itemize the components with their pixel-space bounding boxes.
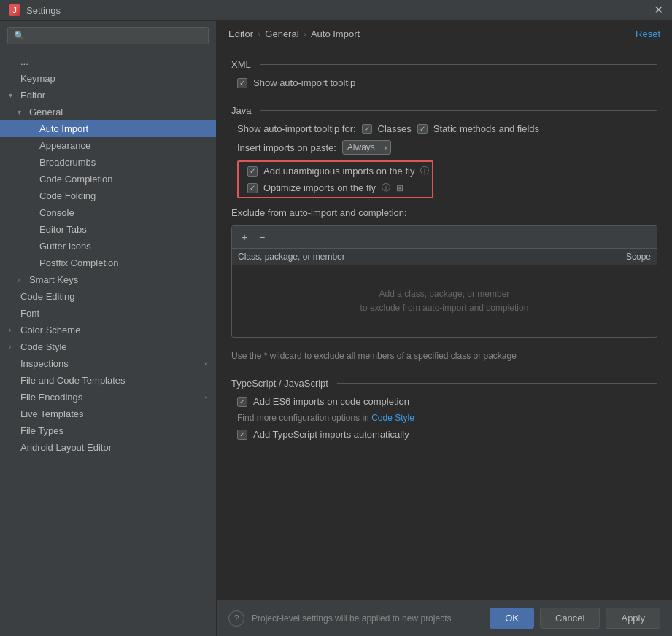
sidebar-item-label-keymap: Keymap <box>20 73 207 84</box>
typescript-section-title: TypeScript / JavaScript <box>231 378 657 389</box>
sidebar-item-postfix-completion[interactable]: Postfix Completion <box>0 255 216 271</box>
sidebar-item-color-scheme[interactable]: ›Color Scheme <box>0 322 216 338</box>
ts-typescript-label: Add TypeScript imports automatically <box>253 429 409 440</box>
sidebar-item-smart-keys[interactable]: ›Smart Keys <box>0 271 216 288</box>
java-static-checkbox[interactable] <box>417 124 428 134</box>
sidebar-item-editor-tabs[interactable]: Editor Tabs <box>0 221 216 238</box>
table-empty-state: Add a class, package, or member to exclu… <box>232 265 657 337</box>
sidebar-item-label-breadcrumbs: Breadcrumbs <box>39 157 207 168</box>
table-remove-button[interactable]: − <box>255 230 269 244</box>
reset-link[interactable]: Reset <box>636 28 660 39</box>
sidebar-item-label-font: Font <box>20 308 207 319</box>
sidebar-item-label-file-types: File Types <box>20 425 207 436</box>
xml-section-title: XML <box>231 59 657 70</box>
help-button[interactable]: ? <box>228 610 244 627</box>
sidebar-item-gutter-icons[interactable]: Gutter Icons <box>0 238 216 255</box>
add-unambiguous-label: Add unambiguous imports on the fly <box>263 166 414 177</box>
sidebar-item-keymap[interactable]: Keymap <box>0 70 216 87</box>
sidebar-item-font[interactable]: Font <box>0 305 216 322</box>
java-classes-checkbox[interactable] <box>362 124 372 134</box>
sidebar-item-label-file-code-templates: File and Code Templates <box>20 375 207 386</box>
sidebar-item-label-ellipsis: ... <box>20 56 207 67</box>
breadcrumb-bar: Editor › General › Auto Import Reset <box>217 21 672 47</box>
sidebar-item-code-editing[interactable]: Code Editing <box>0 288 216 305</box>
sidebar-item-label-auto-import: Auto Import <box>39 123 207 134</box>
sidebar-item-label-live-templates: Live Templates <box>20 408 207 419</box>
table-col-scope: Scope <box>592 252 651 262</box>
sidebar-item-code-style[interactable]: ›Code Style <box>0 338 216 355</box>
ts-es6-label: Add ES6 imports on code completion <box>253 396 409 407</box>
insert-imports-select-wrapper[interactable]: Always Ask Never <box>342 140 391 155</box>
java-tooltip-row: Show auto-import tooltip for: Classes St… <box>231 123 657 134</box>
window-title: Settings <box>26 5 648 16</box>
table-add-button[interactable]: + <box>238 230 251 244</box>
sidebar: 🔍 ...Keymap▾Editor▾GeneralAuto ImportApp… <box>0 21 217 636</box>
sidebar-item-general[interactable]: ▾General <box>0 104 216 120</box>
add-unambiguous-help-icon[interactable]: ⓘ <box>420 165 429 177</box>
table-header: Class, package, or member Scope <box>232 249 657 265</box>
xml-tooltip-row: Show auto-import tooltip <box>231 77 657 88</box>
sidebar-item-console[interactable]: Console <box>0 204 216 221</box>
sidebar-item-inspections[interactable]: Inspections▪ <box>0 355 216 372</box>
highlighted-checkboxes: Add unambiguous imports on the fly ⓘ Opt… <box>237 160 433 198</box>
sidebar-item-label-code-completion: Code Completion <box>39 174 207 185</box>
search-box[interactable]: 🔍 <box>7 27 209 44</box>
optimize-imports-row: Optimize imports on the fly ⓘ ⊞ <box>242 182 429 194</box>
sidebar-item-live-templates[interactable]: Live Templates <box>0 406 216 422</box>
sidebar-item-breadcrumbs[interactable]: Breadcrumbs <box>0 154 216 171</box>
ts-typescript-row: Add TypeScript imports automatically <box>231 429 657 440</box>
sidebar-item-code-completion[interactable]: Code Completion <box>0 171 216 187</box>
java-section-title: Java <box>231 105 657 116</box>
sidebar-item-label-code-style: Code Style <box>20 341 207 352</box>
close-button[interactable]: ✕ <box>654 4 663 16</box>
xml-show-tooltip-checkbox[interactable] <box>237 78 247 88</box>
sidebar-item-android-layout-editor[interactable]: Android Layout Editor <box>0 439 216 456</box>
sidebar-item-label-appearance: Appearance <box>39 140 207 151</box>
sidebar-item-label-code-folding: Code Folding <box>39 190 207 201</box>
exclude-table: + − Class, package, or member Scope Add … <box>231 225 657 338</box>
main-layout: 🔍 ...Keymap▾Editor▾GeneralAuto ImportApp… <box>0 21 672 636</box>
cancel-button[interactable]: Cancel <box>540 608 600 629</box>
sidebar-item-file-encodings[interactable]: File Encodings▪ <box>0 389 216 406</box>
sidebar-tree: ...Keymap▾Editor▾GeneralAuto ImportAppea… <box>0 50 216 636</box>
apply-button[interactable]: Apply <box>606 608 660 629</box>
ts-config-link[interactable]: Code Style <box>371 413 414 423</box>
sidebar-item-label-android-layout-editor: Android Layout Editor <box>20 442 207 453</box>
search-icon: 🔍 <box>14 31 25 41</box>
optimize-imports-config-icon[interactable]: ⊞ <box>396 183 403 193</box>
content-area: Editor › General › Auto Import Reset XML… <box>217 21 672 636</box>
sidebar-item-label-editor-tabs: Editor Tabs <box>39 224 207 235</box>
search-input[interactable] <box>29 31 202 41</box>
add-unambiguous-checkbox[interactable] <box>247 166 258 177</box>
ts-es6-checkbox[interactable] <box>237 397 247 407</box>
sidebar-item-label-color-scheme: Color Scheme <box>20 325 207 336</box>
sidebar-item-file-code-templates[interactable]: File and Code Templates <box>0 372 216 389</box>
table-toolbar: + − <box>232 226 657 249</box>
sidebar-item-file-types[interactable]: File Types <box>0 422 216 439</box>
table-col-class: Class, package, or member <box>238 252 592 262</box>
sidebar-item-editor[interactable]: ▾Editor <box>0 87 216 104</box>
ts-typescript-checkbox[interactable] <box>237 430 247 440</box>
sidebar-item-ellipsis[interactable]: ... <box>0 53 216 70</box>
ts-config-hint-text: Find more configuration options in <box>237 413 369 423</box>
breadcrumb-general[interactable]: General <box>265 28 298 39</box>
ts-config-hint-row: Find more configuration options in Code … <box>231 413 657 423</box>
ts-es6-row: Add ES6 imports on code completion <box>231 396 657 407</box>
optimize-imports-label: Optimize imports on the fly <box>263 182 376 193</box>
sidebar-item-badge-file-encodings: ▪ <box>204 393 207 401</box>
optimize-imports-checkbox[interactable] <box>247 183 258 193</box>
sidebar-item-appearance[interactable]: Appearance <box>0 137 216 154</box>
breadcrumb: Editor › General › Auto Import <box>228 28 360 39</box>
sidebar-item-label-gutter-icons: Gutter Icons <box>39 241 207 252</box>
ok-button[interactable]: OK <box>490 608 534 629</box>
sidebar-item-badge-inspections: ▪ <box>204 360 207 368</box>
sidebar-item-auto-import[interactable]: Auto Import <box>0 120 216 137</box>
exclude-label-row: Exclude from auto-import and completion: <box>231 207 657 218</box>
insert-imports-row: Insert imports on paste: Always Ask Neve… <box>231 140 657 155</box>
xml-show-tooltip-label: Show auto-import tooltip <box>253 77 355 88</box>
sidebar-item-code-folding[interactable]: Code Folding <box>0 187 216 204</box>
sidebar-item-label-inspections: Inspections <box>20 358 201 369</box>
insert-imports-select[interactable]: Always Ask Never <box>342 140 391 155</box>
breadcrumb-editor[interactable]: Editor <box>228 28 253 39</box>
optimize-imports-help-icon[interactable]: ⓘ <box>382 182 390 194</box>
